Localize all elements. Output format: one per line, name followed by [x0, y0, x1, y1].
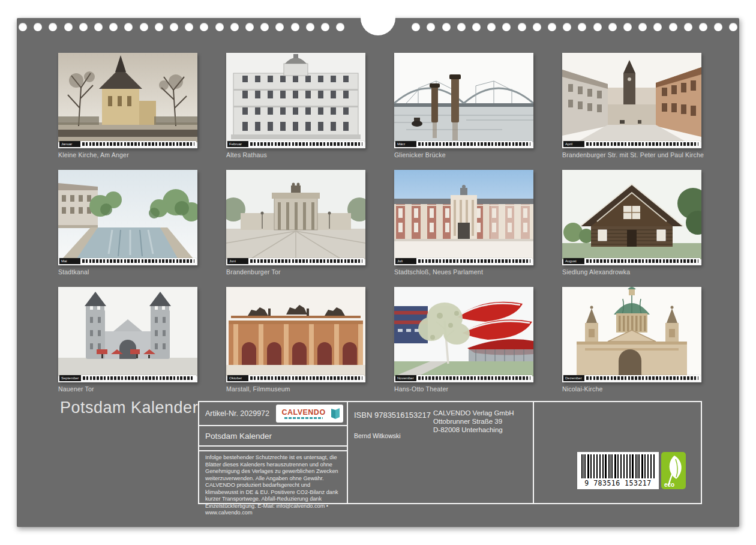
product-title: Potsdam Kalender: [205, 432, 272, 441]
binding-hole: [321, 23, 329, 31]
thumbnail-caption: Brandenburger Str. mit St. Peter und Pau…: [562, 151, 701, 158]
thumbnail-caption: Altes Rathaus: [226, 151, 365, 158]
binding-hole: [699, 23, 707, 31]
binding-hole: [457, 23, 466, 31]
mini-calendar-strip: März: [395, 141, 532, 147]
months-grid: Januar Kleine Kirche, Am Anger: [58, 53, 701, 404]
panel-divider: [533, 402, 534, 503]
binding-hole: [94, 23, 103, 31]
binding-hole: [472, 23, 481, 31]
mini-calendar-strip: Februar: [227, 141, 364, 147]
month-cell-dezember: Dezember Nicolai-Kirche: [562, 287, 701, 404]
month-label: Oktober: [227, 375, 248, 381]
month-label: Dezember: [563, 375, 584, 381]
day-cells: [82, 259, 194, 263]
month-label: September: [59, 375, 81, 381]
month-cell-september: September Nauener Tor: [58, 287, 197, 404]
photo-brandenburger-tor-icon: [226, 170, 365, 259]
hanger-hole: [361, 1, 395, 35]
month-label: April: [563, 141, 584, 147]
calvendo-book-icon: [331, 408, 340, 420]
month-cell-mai: Mai Stadtkanal: [58, 170, 197, 287]
binding-hole: [155, 23, 163, 31]
month-label: November: [395, 375, 416, 381]
day-cells: [418, 376, 530, 380]
binding-hole: [442, 23, 451, 31]
day-cells: [250, 142, 362, 146]
photo-glienicker-bruecke-icon: [394, 53, 533, 142]
photo-stadtschloss-icon: [394, 170, 533, 259]
legal-text: Infolge bestehender Schutzrechte ist es …: [205, 454, 341, 517]
eco-badge: eco: [661, 452, 686, 489]
month-thumbnail: Januar: [58, 53, 197, 148]
binding-hole: [653, 23, 662, 31]
article-number: Artikel-Nr. 2029972: [205, 409, 269, 418]
product-title-cell: Potsdam Kalender: [199, 426, 347, 447]
month-cell-august: August Siedlung Alexandrowka: [562, 170, 701, 287]
calvendo-tagline: [284, 417, 323, 419]
thumbnail-caption: Nicolai-Kirche: [562, 385, 701, 393]
month-label: März: [395, 141, 416, 147]
binding-hole: [291, 23, 299, 31]
month-thumbnail: Juni: [226, 170, 365, 265]
publisher-city: D-82008 Unterhaching: [433, 426, 514, 435]
month-cell-januar: Januar Kleine Kirche, Am Anger: [58, 53, 197, 170]
binding-hole: [230, 23, 239, 31]
photo-nicolai-kirche-icon: [562, 287, 701, 376]
mini-calendar-strip: November: [395, 375, 532, 381]
binding-hole: [427, 23, 435, 31]
binding-hole: [306, 23, 314, 31]
binding-hole: [49, 23, 57, 31]
article-number-cell: Artikel-Nr. 2029972 CALVENDO: [199, 402, 347, 426]
month-label: Mai: [59, 258, 80, 264]
binding-hole: [593, 23, 602, 31]
day-cells: [586, 376, 698, 380]
product-info-panel: Artikel-Nr. 2029972 CALVENDO Potsdam Kal…: [198, 401, 702, 504]
day-cells: [250, 376, 362, 380]
isbn-number: ISBN 9783516153217: [354, 411, 431, 420]
day-cells: [82, 142, 194, 146]
month-thumbnail: Mai: [58, 170, 197, 265]
month-cell-februar: Februar Altes Rathaus: [226, 53, 365, 170]
month-thumbnail: Februar: [226, 53, 365, 148]
binding-hole: [200, 23, 208, 31]
publisher-address: CALVENDO Verlag GmbH Ottobrunner Straße …: [433, 409, 514, 434]
thumbnail-caption: Stadtkanal: [58, 268, 197, 276]
binding-hole: [109, 23, 118, 31]
binding-hole: [548, 23, 556, 31]
month-thumbnail: August: [562, 170, 701, 265]
binding-hole: [608, 23, 617, 31]
month-label: Juni: [227, 258, 248, 264]
binding-hole: [260, 23, 269, 31]
month-label: Juli: [395, 258, 416, 264]
binding-hole: [714, 23, 722, 31]
photo-stadtkanal-icon: [58, 170, 197, 259]
day-cells: [586, 259, 698, 263]
photo-brandenburger-strasse-icon: [562, 53, 701, 142]
day-cells: [418, 259, 530, 263]
month-thumbnail: Juli: [394, 170, 533, 265]
binding-hole: [79, 23, 88, 31]
month-thumbnail: November: [394, 287, 533, 382]
month-thumbnail: April: [562, 53, 701, 148]
month-thumbnail: Dezember: [562, 287, 701, 382]
day-cells: [83, 376, 194, 380]
mini-calendar-strip: Oktober: [227, 375, 364, 381]
day-cells: [250, 259, 362, 263]
binding-hole: [275, 23, 284, 31]
mini-calendar-strip: August: [563, 258, 700, 264]
binding-hole: [19, 23, 27, 31]
month-cell-oktober: Oktober Marstall, Filmmuseum: [226, 287, 365, 404]
calvendo-logo: CALVENDO: [276, 405, 343, 423]
binding-hole: [623, 23, 632, 31]
month-label: Februar: [227, 141, 248, 147]
binding-hole: [502, 23, 511, 31]
photo-alexandrowka-icon: [562, 170, 701, 259]
photo-altes-rathaus-icon: [226, 53, 365, 142]
thumbnail-caption: Hans-Otto Theater: [394, 385, 533, 393]
thumbnail-caption: Kleine Kirche, Am Anger: [58, 151, 197, 158]
binding-hole: [245, 23, 254, 31]
binding-hole: [669, 23, 677, 31]
cover-title: Potsdam Kalender: [60, 399, 198, 417]
month-label: Januar: [59, 141, 80, 147]
